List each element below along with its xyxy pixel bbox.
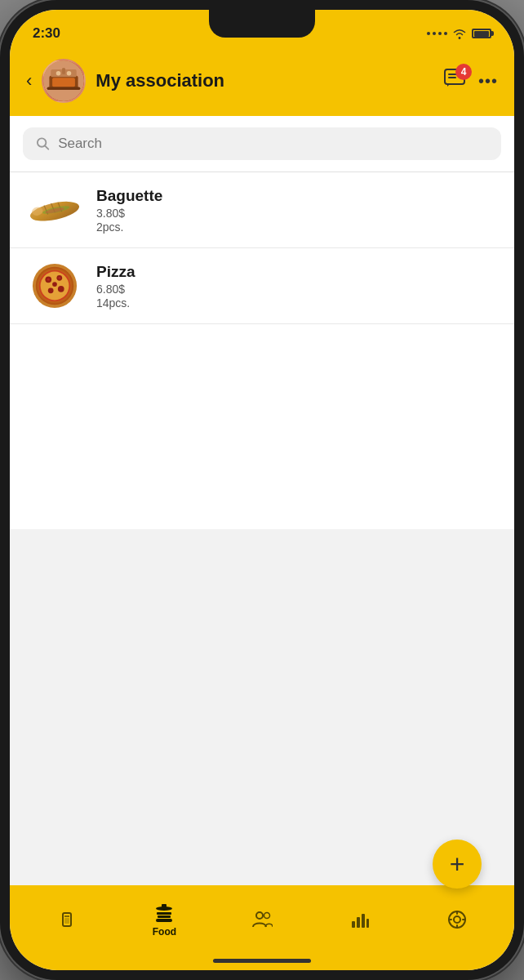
svg-rect-42 xyxy=(357,917,360,928)
svg-point-40 xyxy=(264,913,269,919)
svg-point-26 xyxy=(48,287,54,293)
people-icon xyxy=(251,910,273,929)
food-icon xyxy=(153,902,175,924)
svg-point-39 xyxy=(256,912,263,919)
svg-point-29 xyxy=(47,278,50,281)
nav-item-stats[interactable] xyxy=(311,910,409,929)
items-list: Baguette 3.80$ 2pcs. xyxy=(10,172,514,529)
svg-rect-36 xyxy=(158,915,171,918)
avatar-image xyxy=(43,59,84,103)
svg-rect-37 xyxy=(156,919,172,922)
nav-item-food[interactable]: Food xyxy=(116,902,214,938)
item-qty: 2pcs. xyxy=(96,220,498,234)
svg-rect-7 xyxy=(62,68,65,74)
list-item[interactable]: Baguette 3.80$ 2pcs. xyxy=(10,172,514,248)
battery-icon xyxy=(472,29,491,38)
svg-rect-2 xyxy=(52,78,75,87)
svg-rect-43 xyxy=(362,914,365,928)
item-image-baguette xyxy=(26,185,83,234)
item-qty: 14pcs. xyxy=(96,296,498,310)
nav-item-settings[interactable] xyxy=(408,910,506,929)
svg-point-28 xyxy=(52,282,57,287)
back-button[interactable]: ‹ xyxy=(26,70,32,91)
svg-point-30 xyxy=(58,277,60,279)
item-info-baguette: Baguette 3.80$ 2pcs. xyxy=(96,187,498,234)
svg-rect-10 xyxy=(448,77,456,78)
empty-area xyxy=(10,529,514,886)
item-name: Pizza xyxy=(96,263,498,281)
item-info-pizza: Pizza 6.80$ 14pcs. xyxy=(96,263,498,310)
status-time: 2:30 xyxy=(33,25,60,42)
item-price: 6.80$ xyxy=(96,283,498,296)
nav-label-food: Food xyxy=(153,926,176,938)
search-icon xyxy=(36,136,50,151)
phone-frame: 2:30 xyxy=(0,0,524,980)
avatar xyxy=(42,59,86,103)
page-title: My association xyxy=(95,70,434,91)
svg-point-6 xyxy=(67,71,72,76)
screen: 2:30 xyxy=(10,10,514,970)
nav-item-people[interactable] xyxy=(213,910,311,929)
item-price: 3.80$ xyxy=(96,207,498,220)
bottom-navigation: Food xyxy=(10,885,514,951)
header: ‹ My association xyxy=(10,51,514,116)
svg-point-27 xyxy=(58,286,64,292)
svg-rect-3 xyxy=(47,87,81,90)
item-image-pizza xyxy=(26,261,83,310)
notch xyxy=(209,10,315,38)
notification-button[interactable]: 4 xyxy=(444,69,467,93)
svg-rect-44 xyxy=(366,919,369,928)
svg-rect-38 xyxy=(162,904,167,907)
svg-point-45 xyxy=(454,916,460,923)
notification-badge: 4 xyxy=(455,64,472,80)
stats-icon xyxy=(350,910,370,929)
pizza-icon xyxy=(31,262,78,310)
item-name: Baguette xyxy=(96,187,498,205)
header-actions: 4 ••• xyxy=(444,69,498,93)
baguette-icon xyxy=(27,194,82,226)
add-icon: + xyxy=(450,849,465,880)
svg-line-12 xyxy=(45,145,48,149)
nav-item-drink[interactable] xyxy=(18,910,116,929)
signal-icon xyxy=(427,32,447,35)
svg-point-5 xyxy=(56,71,61,76)
drink-icon xyxy=(57,910,77,929)
home-bar xyxy=(213,959,311,963)
status-icons xyxy=(427,28,491,39)
search-input[interactable] xyxy=(58,136,488,152)
svg-rect-41 xyxy=(352,921,355,928)
wifi-icon xyxy=(452,28,467,39)
settings-icon xyxy=(447,910,467,929)
add-button[interactable]: + xyxy=(433,840,482,889)
svg-rect-33 xyxy=(64,918,69,924)
list-item[interactable]: Pizza 6.80$ 14pcs. xyxy=(10,248,514,324)
svg-rect-35 xyxy=(157,912,171,915)
more-button[interactable]: ••• xyxy=(478,72,498,91)
search-container xyxy=(10,116,514,172)
search-box xyxy=(23,127,501,160)
home-indicator xyxy=(10,951,514,970)
